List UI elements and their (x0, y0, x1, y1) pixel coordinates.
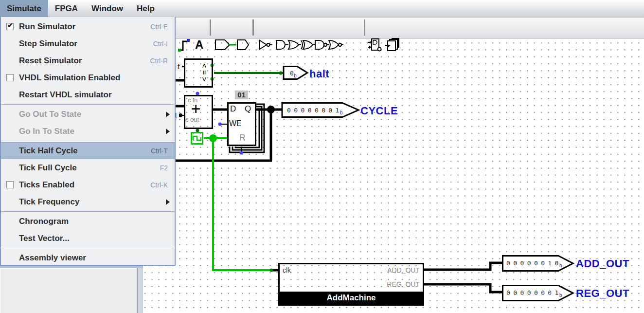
nor-gate-icon[interactable] (328, 39, 343, 51)
menu-item-go-in-to-state: Go In To State (1, 123, 175, 140)
add-out-label: ADD_OUT (576, 258, 629, 270)
not-gate-icon[interactable] (258, 39, 273, 51)
menu-item-label: Ticks Enabled (19, 180, 74, 190)
checkbox-checked-icon (6, 23, 14, 30)
checkbox-unchecked-icon (6, 74, 14, 81)
register-q-label: Q (245, 104, 251, 114)
addmachine-title: AddMachine (280, 292, 423, 304)
attribute-panel-body (0, 268, 138, 313)
submenu-arrow-icon (166, 129, 170, 134)
checkbox-unchecked-icon (6, 181, 14, 188)
menu-item-label: Tick Half Cycle (19, 146, 78, 156)
appearance-layers-icon[interactable] (385, 37, 401, 52)
menubar-item-help[interactable]: Help (130, 0, 161, 17)
menu-shortcut: Ctrl-R (150, 57, 170, 65)
menu-item-label: Reset Simulator (19, 56, 82, 66)
menu-item-label: Step Simulator (19, 39, 77, 49)
cycle-label: CYCLE (360, 105, 398, 117)
menu-item-run-simulator[interactable]: Run Simulator Ctrl-E (1, 18, 175, 35)
menu-item-step-simulator[interactable]: Step Simulator Ctrl-I (1, 35, 175, 52)
menu-bar: Simulate FPGA Window Help (0, 0, 644, 18)
subcircuit-icon[interactable] (368, 37, 383, 52)
menu-item-label: Assembly viewer (19, 253, 86, 263)
clock-component[interactable] (191, 132, 203, 145)
menu-item-vhdl-simulation-enabled[interactable]: VHDL Simulation Enabled (1, 69, 175, 86)
add-out-probe-value[interactable]: 00000010b (506, 259, 562, 268)
nand-gate-icon[interactable] (314, 39, 329, 51)
wiring-tool-icon[interactable] (178, 38, 191, 53)
menu-item-label: Tick Full Cycle (19, 163, 77, 173)
halt-label: halt (309, 68, 329, 80)
register-we-label: WE (229, 119, 242, 128)
or-gate-icon[interactable] (287, 39, 302, 51)
menubar-item-window[interactable]: Window (85, 0, 130, 17)
menu-shortcut: F2 (160, 164, 170, 172)
menu-item-label: Go Out To State (19, 110, 81, 119)
attribute-panel (0, 266, 143, 313)
menu-item-label: Chronogram (19, 217, 69, 226)
menubar-item-simulate[interactable]: Simulate (0, 0, 48, 17)
comparator-lt-label: < (200, 75, 209, 84)
menu-item-test-vector[interactable]: Test Vector... (1, 230, 175, 247)
submenu-arrow-icon (166, 111, 170, 117)
register-value-chip: 01 (235, 91, 248, 99)
toolbar-separator (210, 19, 211, 36)
menu-item-restart-vhdl-simulator[interactable]: Restart VHDL simulator (1, 86, 175, 103)
cycle-probe-value[interactable]: 00000001b (287, 107, 343, 115)
menu-item-label: Go In To State (19, 127, 74, 136)
menu-item-go-out-to-state: Go Out To State (1, 106, 175, 123)
xor-gate-icon[interactable] (300, 39, 315, 51)
menu-shortcut: Ctrl-T (151, 147, 170, 155)
pin-label-f: f (175, 63, 182, 71)
menu-item-label: VHDL Simulation Enabled (19, 73, 120, 83)
register-r-label: R (239, 133, 246, 143)
toolbar-separator (252, 19, 254, 36)
menubar-item-fpga[interactable]: FPGA (48, 0, 85, 17)
text-tool-icon[interactable]: A (195, 38, 203, 52)
addmachine-addout-port-label: ADD_OUT (387, 266, 420, 274)
comparator-component[interactable] (184, 58, 213, 88)
menu-item-ticks-enabled[interactable]: Ticks Enabled Ctrl-K (1, 176, 175, 193)
panel-divider[interactable] (138, 268, 143, 313)
clock-waveform-icon (192, 133, 202, 143)
reg-out-label: REG_OUT (576, 287, 629, 300)
halt-pin-value[interactable]: 0b (290, 70, 297, 78)
output-pin-icon[interactable] (232, 39, 250, 50)
menu-item-tick-full-cycle[interactable]: Tick Full Cycle F2 (1, 159, 175, 176)
menu-item-label: Run Simulator (19, 22, 75, 32)
menu-item-tick-frequency[interactable]: Tick Frequency (1, 193, 175, 210)
adder-plus-symbol: + (191, 99, 200, 118)
menu-item-reset-simulator[interactable]: Reset Simulator Ctrl-R (1, 52, 175, 69)
toolbar-separator (364, 19, 365, 36)
reg-out-probe-value[interactable]: 00000001b (506, 289, 562, 298)
addmachine-subcircuit[interactable]: clk ADD_OUT REG_OUT AddMachine (278, 263, 424, 306)
menu-item-tick-half-cycle[interactable]: Tick Half Cycle Ctrl-T (1, 142, 175, 159)
menu-item-label: Restart VHDL simulator (19, 90, 112, 100)
menu-shortcut: Ctrl-E (150, 23, 170, 31)
submenu-arrow-icon (166, 199, 170, 205)
addmachine-clk-label: clk (283, 266, 291, 274)
menu-item-assembly-viewer[interactable]: Assembly viewer (1, 249, 175, 266)
menu-shortcut: Ctrl-K (150, 181, 170, 189)
menu-shortcut: Ctrl-I (153, 40, 170, 48)
adder-cout-label: c out (185, 116, 199, 123)
input-pin-icon[interactable] (215, 39, 233, 50)
addmachine-regout-port-label: REG_OUT (387, 280, 420, 288)
menu-item-chronogram[interactable]: Chronogram (1, 213, 175, 230)
register-d-label: D (230, 104, 236, 114)
simulate-menu-popup: Run Simulator Ctrl-E Step Simulator Ctrl… (0, 17, 176, 266)
menu-item-label: Tick Frequency (19, 197, 79, 207)
menu-item-label: Test Vector... (19, 234, 70, 243)
